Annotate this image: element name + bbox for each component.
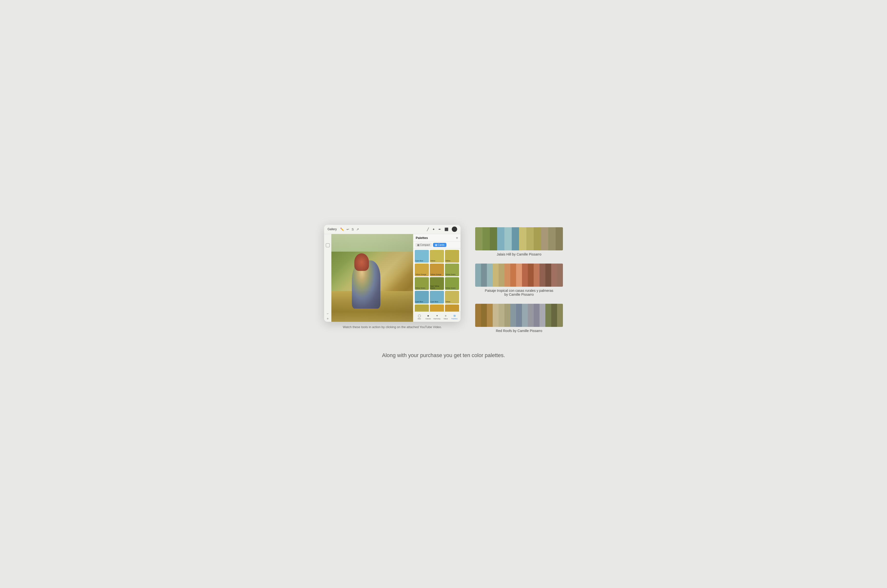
left-sidebar: ↩ ⊕ [324,234,332,322]
palette-3-color-9 [522,304,528,327]
app-toolbar: Gallery ✏️ ↩ S ↗ ╱ ✦ ✒ ⬛ [324,225,461,234]
palette-2-color-1 [475,264,481,287]
layer-icon[interactable]: ⬛ [444,228,448,231]
palette-3-color-6 [504,304,510,327]
swatch-14[interactable]: Yellow Orange [430,304,444,312]
swatch-13[interactable]: Yellow [415,304,429,312]
palette-3-color-14 [551,304,557,327]
app-mockup: Gallery ✏️ ↩ S ↗ ╱ ✦ ✒ ⬛ [324,225,461,322]
toolbar-icon-3: S [352,228,354,231]
app-body: ↩ ⊕ [324,234,461,322]
palette-2-color-3 [487,264,493,287]
caption-text: Watch these tools in action by clicking … [343,325,442,329]
brush-icon[interactable]: ╱ [427,228,429,231]
palette-card-1: Jalais Hill by Camille Pissarro [475,227,563,256]
swatch-5[interactable]: Yellow Orange [430,264,444,276]
swatch-1[interactable]: Cyan Blue [415,250,429,262]
palette-1-color-2 [482,227,490,250]
palette-2-color-8 [516,264,522,287]
palettes-tool[interactable]: ⊞ Palettes [451,314,458,320]
palette-3-color-12 [539,304,545,327]
palettes-icon: ⊞ [452,314,457,318]
palette-2-color-2 [481,264,487,287]
swatch-9[interactable]: Yellow Green [445,277,459,290]
palette-1-color-9 [534,227,541,250]
palette-2-color-15 [557,264,563,287]
palette-2-color-9 [522,264,528,287]
palette-2-color-12 [539,264,545,287]
toolbar-icon-4: ↗ [356,228,359,231]
layers-icon[interactable]: ⊕ [327,317,329,320]
palette-1-color-12 [555,227,563,250]
palette-swatches-3 [475,304,563,327]
palettes-grid: Cyan Blue Yellow Yellow Yellow Orange Ye… [413,249,461,312]
page-wrapper: Gallery ✏️ ↩ S ↗ ╱ ✦ ✒ ⬛ [273,210,614,378]
gallery-button[interactable]: Gallery [327,228,337,231]
palettes-tabs: ▦ Compact ▦ Cards [413,242,461,249]
swatch-11[interactable]: Cyan Blue [430,291,444,303]
palette-3-color-3 [487,304,493,327]
palette-3-color-13 [545,304,551,327]
palette-3-color-2 [481,304,487,327]
undo-icon[interactable]: ↩ [327,312,329,315]
color-circle[interactable] [452,226,457,232]
harmony-icon: ✦ [434,314,439,318]
palettes-label: Palettes [451,318,458,320]
palette-3-color-10 [528,304,534,327]
palette-1-color-1 [475,227,482,250]
swatch-2[interactable]: Yellow [430,250,444,262]
swatch-12[interactable]: Yellow [445,291,459,303]
palettes-panel: Palettes + ▦ Compact ▦ Cards [413,234,461,322]
palette-2-name: Paisaje tropical con casas rurales y pal… [485,289,554,296]
tab-compact[interactable]: ▦ Compact [415,243,432,247]
palette-2-color-5 [498,264,504,287]
palette-3-color-4 [493,304,498,327]
sidebar-tool-rect[interactable] [326,243,330,247]
classic-icon: ■ [426,314,431,318]
palette-1-name: Jalais Hill by Camille Pissarro [497,252,542,256]
palette-cards: Jalais Hill by Camille Pissarro [475,225,563,333]
bottom-toolbar: ◯ Disc ■ Classic ✦ Harmony [413,312,461,322]
palette-3-color-11 [534,304,539,327]
stamp-icon[interactable]: ✦ [432,228,435,231]
palettes-title: Palettes [416,236,428,240]
disc-icon: ◯ [417,314,422,318]
toolbar-right: ╱ ✦ ✒ ⬛ [427,226,457,232]
palette-2-color-13 [545,264,551,287]
compact-icon: ▦ [417,244,419,246]
toolbar-icon-2: ↩ [347,228,349,231]
palette-1-color-5 [504,227,512,250]
swatch-10[interactable]: Cyan Blue [415,291,429,303]
toolbar-icons: ✏️ ↩ S ↗ [340,228,359,231]
palette-2-color-4 [493,264,498,287]
swatch-3[interactable]: Yellow [445,250,459,262]
app-mockup-container: Gallery ✏️ ↩ S ↗ ╱ ✦ ✒ ⬛ [324,225,461,329]
swatch-4[interactable]: Yellow Orange [415,264,429,276]
classic-tool[interactable]: ■ Classic [425,314,432,320]
palette-2-color-10 [528,264,534,287]
palettes-header: Palettes + [413,234,461,242]
pen-icon[interactable]: ✒ [438,228,441,231]
palette-1-color-3 [490,227,497,250]
value-label: Value [443,318,448,320]
swatch-7[interactable]: Yellow Green [415,277,429,290]
swatch-6[interactable]: Yellow Green [445,264,459,276]
palettes-add-button[interactable]: + [456,236,458,240]
palette-card-2: Paisaje tropical con casas rurales y pal… [475,264,563,296]
swatch-8[interactable]: Dark Yellow Green [430,277,444,290]
swatch-15[interactable]: Yellow Orange [445,304,459,312]
value-icon: ≡ [443,314,448,318]
harmony-tool[interactable]: ✦ Harmony [433,314,441,320]
canvas-area [332,234,413,322]
palette-1-color-8 [526,227,534,250]
disc-tool[interactable]: ◯ Disc [416,314,423,320]
palette-3-color-5 [498,304,504,327]
value-tool[interactable]: ≡ Value [442,314,449,320]
palette-1-color-10 [541,227,548,250]
harmony-label: Harmony [434,318,440,320]
palette-3-color-1 [475,304,481,327]
tab-cards[interactable]: ▦ Cards [433,243,446,247]
palette-3-color-7 [510,304,516,327]
classic-label: Classic [425,318,431,320]
palette-swatches-2 [475,264,563,287]
